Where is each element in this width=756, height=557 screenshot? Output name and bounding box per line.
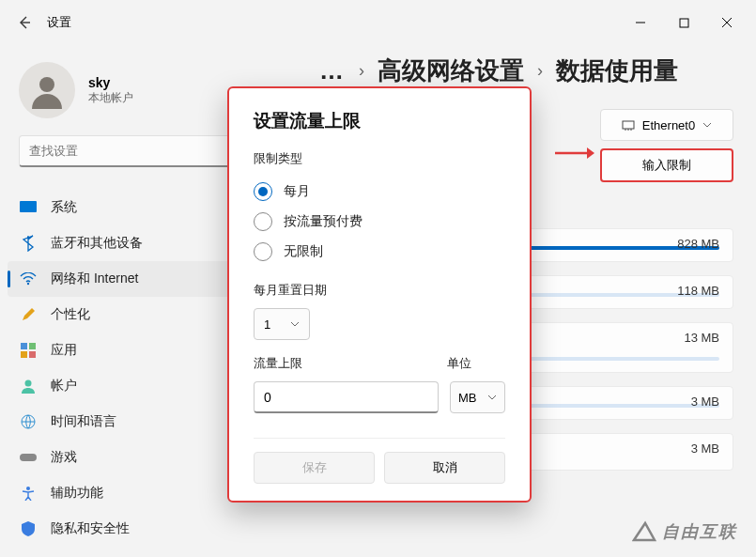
svg-rect-1 (680, 19, 688, 27)
maximize-icon (679, 18, 689, 28)
ethernet-label: Ethernet0 (642, 118, 695, 132)
svg-point-6 (27, 283, 29, 285)
data-limit-dialog: 设置流量上限 限制类型 每月 按流量预付费 无限制 每月重置日期 1 流量上限 … (227, 86, 532, 503)
limit-input[interactable] (254, 381, 439, 413)
minimize-button[interactable] (619, 8, 662, 38)
enter-limit-button[interactable]: 输入限制 (600, 148, 733, 182)
chevron-down-icon (290, 319, 300, 329)
gamepad-icon (19, 448, 38, 467)
user-name: sky (88, 75, 133, 90)
radio-unlimited[interactable]: 无限制 (254, 237, 505, 267)
wifi-icon (19, 270, 38, 288)
sidebar-item-label: 蓝牙和其他设备 (51, 235, 143, 252)
radio-icon (254, 242, 272, 261)
ethernet-icon (622, 118, 635, 132)
svg-point-11 (25, 380, 32, 387)
chevron-right-icon: › (537, 61, 543, 81)
reset-date-select[interactable]: 1 (254, 308, 310, 340)
close-icon (721, 17, 733, 28)
sidebar-item-label: 隐私和安全性 (51, 520, 130, 537)
sidebar-item-label: 系统 (51, 199, 77, 216)
usage-size: 828 MB (677, 237, 719, 251)
arrow-left-icon (17, 15, 32, 30)
breadcrumb-current: 数据使用量 (556, 54, 678, 87)
titlebar: 设置 (0, 0, 756, 45)
usage-size: 3 MB (691, 441, 719, 456)
shield-icon (19, 519, 38, 538)
breadcrumb-parent[interactable]: 高级网络设置 (378, 54, 524, 87)
maximize-button[interactable] (662, 8, 705, 38)
sidebar-item-label: 游戏 (51, 449, 77, 466)
radio-icon (254, 212, 272, 231)
svg-point-2 (39, 77, 54, 92)
unit-select[interactable]: MB (450, 381, 505, 413)
svg-rect-8 (29, 343, 36, 349)
arrow-annotation-icon (553, 145, 596, 162)
globe-icon (19, 412, 38, 431)
radio-icon (254, 182, 272, 201)
bluetooth-icon (19, 234, 38, 253)
minimize-icon (635, 17, 646, 28)
sidebar-item-label: 辅助功能 (51, 485, 103, 502)
radio-label: 无限制 (284, 243, 323, 260)
avatar (19, 62, 75, 118)
reset-date-label: 每月重置日期 (254, 282, 505, 299)
limit-type-label: 限制类型 (254, 150, 505, 167)
chevron-down-icon (487, 393, 497, 402)
user-subtitle: 本地帐户 (88, 90, 133, 106)
app-title: 设置 (47, 14, 71, 31)
person-icon (28, 71, 66, 109)
chevron-down-icon (702, 120, 712, 130)
display-icon (19, 198, 38, 217)
close-button[interactable] (705, 8, 748, 38)
account-icon (19, 377, 38, 395)
radio-label: 按流量预付费 (284, 213, 363, 230)
sidebar-item-label: 应用 (51, 342, 77, 359)
svg-point-14 (26, 487, 30, 490)
window-controls (619, 8, 748, 38)
limit-label: 流量上限 (254, 355, 436, 372)
sidebar-item-privacy[interactable]: 隐私和安全性 (0, 511, 282, 547)
dialog-title: 设置流量上限 (254, 109, 505, 133)
top-controls: Ethernet0 输入限制 (600, 109, 733, 182)
usage-size: 13 MB (684, 331, 719, 345)
svg-rect-13 (20, 454, 37, 461)
svg-rect-9 (21, 351, 27, 358)
chevron-right-icon: › (359, 61, 364, 81)
watermark: 自由互联 (632, 519, 737, 544)
sidebar-item-label: 个性化 (51, 306, 90, 323)
breadcrumb: … › 高级网络设置 › 数据使用量 (319, 54, 733, 87)
back-button[interactable] (8, 6, 41, 39)
radio-monthly[interactable]: 每月 (254, 177, 505, 207)
ethernet-dropdown[interactable]: Ethernet0 (600, 109, 733, 141)
accessibility-icon (19, 484, 38, 503)
unit-label: 单位 (447, 355, 505, 372)
radio-label: 每月 (284, 183, 310, 200)
save-button[interactable]: 保存 (254, 452, 375, 484)
brush-icon (19, 305, 38, 324)
sidebar-item-label: 时间和语言 (51, 413, 116, 430)
usage-size: 118 MB (677, 284, 719, 298)
svg-rect-7 (21, 343, 27, 349)
breadcrumb-overflow[interactable]: … (319, 56, 346, 85)
search-input[interactable] (19, 135, 263, 167)
apps-icon (19, 341, 38, 360)
usage-size: 3 MB (691, 395, 719, 409)
sidebar-item-label: 网络和 Internet (51, 271, 138, 287)
watermark-icon (632, 519, 656, 544)
svg-rect-15 (623, 121, 634, 129)
radio-prepaid[interactable]: 按流量预付费 (254, 207, 505, 237)
svg-rect-5 (20, 201, 37, 212)
sidebar-item-label: 帐户 (51, 378, 77, 395)
svg-rect-10 (29, 351, 36, 358)
cancel-button[interactable]: 取消 (384, 452, 505, 484)
